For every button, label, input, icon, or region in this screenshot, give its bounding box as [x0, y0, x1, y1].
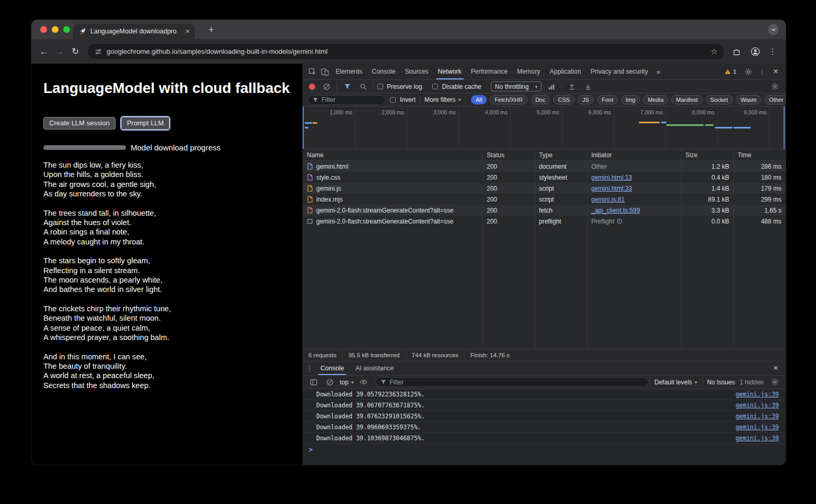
tab-performance[interactable]: Performance — [466, 64, 512, 79]
more-filters-dropdown[interactable]: More filters ▾ — [424, 96, 461, 103]
tab-memory[interactable]: Memory — [512, 64, 545, 79]
more-tabs-icon[interactable]: » — [653, 68, 664, 76]
console-sidebar-icon[interactable] — [307, 376, 320, 389]
console-source-link[interactable]: gemini.js:39 — [735, 424, 779, 431]
devtools-menu-icon[interactable]: ⋮ — [757, 68, 767, 76]
record-network-log-button[interactable] — [309, 84, 315, 90]
console-prompt[interactable]: > — [303, 444, 786, 455]
tab-network[interactable]: Network — [433, 64, 466, 79]
table-row[interactable]: style.css 200 stylesheet gemini.html:13 … — [303, 172, 786, 183]
throttling-dropdown[interactable]: No throttling ▾ — [491, 81, 542, 91]
console-source-link[interactable]: gemini.js:39 — [735, 391, 779, 398]
pill-all[interactable]: All — [471, 95, 487, 104]
pill-img[interactable]: Img — [621, 95, 640, 104]
column-divider[interactable] — [587, 149, 588, 349]
minimize-window-button[interactable] — [52, 26, 59, 33]
network-settings-gear-icon[interactable] — [768, 80, 781, 93]
console-source-link[interactable]: gemini.js:39 — [735, 402, 779, 409]
hidden-messages-count[interactable]: 1 hidden — [740, 379, 764, 386]
drawer-tab-console[interactable]: Console — [315, 361, 349, 375]
back-button[interactable]: ← — [37, 44, 51, 59]
browser-menu-icon[interactable]: ⋮ — [768, 46, 777, 56]
console-settings-gear-icon[interactable] — [768, 376, 781, 389]
pill-wasm[interactable]: Wasm — [736, 95, 762, 104]
network-conditions-icon[interactable] — [545, 80, 558, 93]
filter-funnel-icon[interactable] — [341, 80, 353, 93]
table-row[interactable]: gemini-2.0-flash:streamGenerateContent?a… — [303, 205, 786, 216]
disable-cache-label[interactable]: Disable cache — [442, 83, 481, 90]
export-har-icon[interactable] — [582, 80, 594, 93]
pill-media[interactable]: Media — [643, 95, 668, 104]
preflight-info-icon[interactable] — [617, 218, 623, 224]
console-source-link[interactable]: gemini.js:39 — [735, 435, 779, 442]
console-source-link[interactable]: gemini.js:39 — [735, 413, 779, 420]
forward-button[interactable]: → — [52, 44, 67, 59]
drawer-menu-icon[interactable]: ⋮ — [305, 365, 314, 372]
col-size[interactable]: Size — [681, 151, 733, 159]
bookmark-star-icon[interactable]: ☆ — [711, 47, 718, 56]
pill-doc[interactable]: Doc — [531, 95, 550, 104]
reload-button[interactable]: ↻ — [68, 44, 83, 59]
search-icon[interactable] — [357, 80, 370, 93]
table-row[interactable]: index.mjs 200 script gemini.js:81 89.1 k… — [303, 194, 786, 205]
column-divider[interactable] — [681, 149, 682, 349]
issues-status[interactable]: No Issues — [707, 379, 735, 386]
prompt-llm-button[interactable]: Prompt LLM — [121, 117, 170, 130]
col-name[interactable]: Name — [303, 151, 482, 159]
invert-label[interactable]: Invert — [400, 96, 416, 103]
close-window-button[interactable] — [40, 26, 47, 33]
clear-console-icon[interactable] — [324, 376, 336, 389]
pill-socket[interactable]: Socket — [706, 95, 733, 104]
fullscreen-window-button[interactable] — [63, 26, 70, 33]
create-llm-session-button[interactable]: Create LLM session — [43, 117, 116, 130]
tab-console[interactable]: Console — [367, 64, 400, 79]
issues-warning-badge[interactable]: 1 — [722, 68, 739, 75]
pill-fetch-xhr[interactable]: Fetch/XHR — [490, 95, 527, 104]
console-filter-input[interactable]: Filter — [375, 377, 649, 387]
pill-font[interactable]: Font — [597, 95, 618, 104]
pill-other[interactable]: Other — [764, 95, 786, 104]
devtools-close-icon[interactable]: × — [770, 66, 781, 77]
live-expression-eye-icon[interactable] — [357, 376, 370, 389]
col-type[interactable]: Type — [535, 151, 587, 159]
initiator-link[interactable]: gemini.html:33 — [591, 185, 632, 192]
devtools-settings-gear-icon[interactable] — [742, 65, 754, 78]
initiator-link[interactable]: gemini.html:13 — [591, 174, 632, 181]
pill-css[interactable]: CSS — [553, 95, 574, 104]
overview-left-handle[interactable] — [303, 107, 304, 149]
url-text[interactable]: googlechrome.github.io/samples/downloadi… — [107, 48, 707, 55]
table-row[interactable]: gemini.js 200 script gemini.html:33 1.4 … — [303, 183, 786, 194]
log-levels-dropdown[interactable]: Default levels ▾ — [654, 379, 697, 386]
site-info-icon[interactable] — [94, 48, 102, 56]
column-divider[interactable] — [733, 149, 734, 349]
tab-privacy-security[interactable]: Privacy and security — [586, 64, 653, 79]
drawer-tab-ai-assistance[interactable]: AI assistance — [350, 361, 399, 375]
table-row[interactable]: gemini.html 200 document Other 1.2 kB 28… — [303, 161, 786, 172]
profile-avatar-icon[interactable] — [749, 45, 762, 58]
initiator-link[interactable]: gemini.js:81 — [591, 196, 625, 203]
col-time[interactable]: Time — [733, 151, 786, 159]
column-divider[interactable] — [482, 149, 483, 349]
col-status[interactable]: Status — [482, 151, 535, 159]
tab-sources[interactable]: Sources — [400, 64, 433, 79]
context-selector-dropdown[interactable]: top ▾ — [340, 379, 353, 386]
clear-network-log-icon[interactable] — [320, 80, 333, 93]
new-tab-button[interactable]: + — [204, 23, 219, 37]
device-toolbar-icon[interactable] — [318, 65, 331, 78]
tab-search-button[interactable] — [768, 24, 779, 35]
import-har-icon[interactable] — [566, 80, 578, 93]
table-row[interactable]: gemini-2.0-flash:streamGenerateContent?a… — [303, 216, 786, 227]
tab-elements[interactable]: Elements — [331, 64, 367, 79]
col-initiator[interactable]: Initiator — [587, 151, 681, 159]
column-divider[interactable] — [535, 149, 535, 349]
inspect-element-icon[interactable] — [306, 65, 318, 78]
overview-right-handle[interactable] — [784, 107, 785, 149]
pill-js[interactable]: JS — [578, 95, 594, 104]
address-bar[interactable]: googlechrome.github.io/samples/downloadi… — [88, 44, 724, 59]
browser-tab[interactable]: LanguageModel downloadpro × — [73, 24, 195, 39]
tab-close-icon[interactable]: × — [186, 28, 190, 35]
pill-manifest[interactable]: Manifest — [671, 95, 703, 104]
preserve-log-checkbox[interactable] — [377, 84, 383, 89]
disable-cache-checkbox[interactable] — [432, 84, 438, 89]
initiator-link[interactable]: _api_client.ts:599 — [591, 207, 640, 214]
